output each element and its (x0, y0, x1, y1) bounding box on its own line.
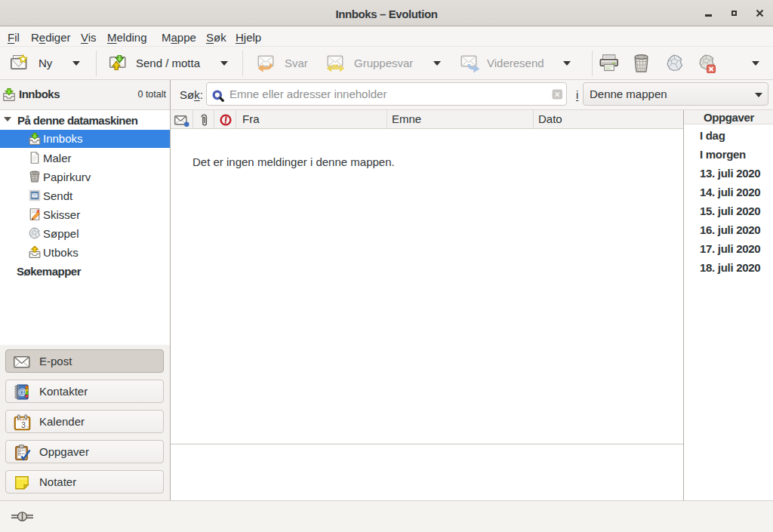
svg-text:@: @ (18, 387, 26, 396)
svg-text:3: 3 (21, 421, 26, 429)
